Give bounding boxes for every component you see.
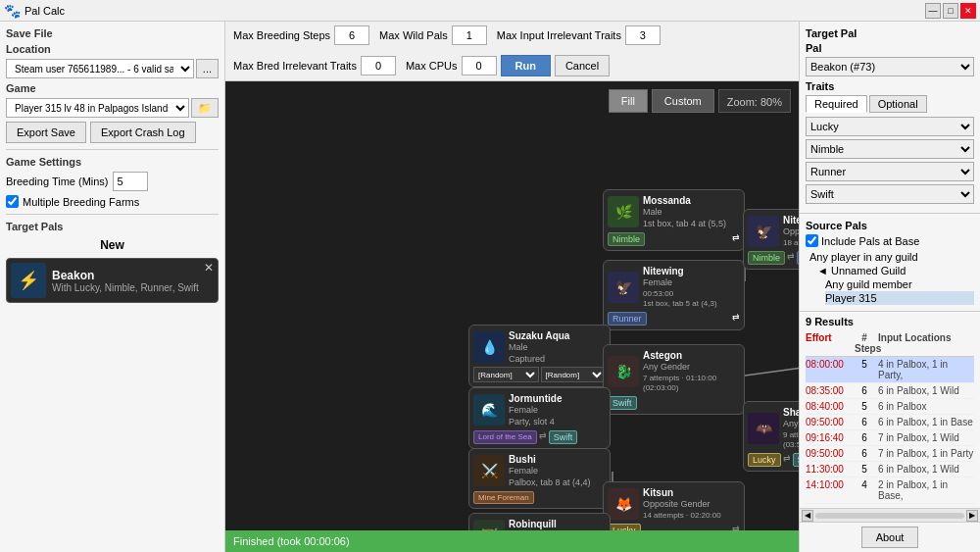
result-row-8[interactable]: 14:10:00 4 2 in Palbox, 1 in Base, xyxy=(806,477,974,504)
pal-node-astegon[interactable]: 🐉 Astegon Any Gender 7 attempts · 01:10:… xyxy=(603,344,745,415)
result-row-7[interactable]: 11:30:00 5 6 in Palbox, 1 Wild xyxy=(806,462,974,477)
pal-node-nitewing1[interactable]: 🦅 Nitewing Female 00:53:001st box, tab 5… xyxy=(603,260,745,330)
scroll-right-button[interactable]: ▶ xyxy=(966,510,978,522)
location-browse-button[interactable]: ... xyxy=(196,59,219,78)
input-irrelevant-input[interactable] xyxy=(625,25,661,45)
lord-trait: Lord of the Sea xyxy=(473,430,537,444)
export-save-button[interactable]: Export Save xyxy=(6,122,86,143)
astegon-details: Astegon Any Gender 7 attempts · 01:10:00… xyxy=(643,349,740,393)
trait4-select[interactable]: Swift xyxy=(806,184,974,204)
shadowbeak-details: Shadowbeak Any Gender 9 attempts · 01:30… xyxy=(783,406,799,450)
pal-node-suzaku[interactable]: 💧 Suzaku Aqua Male Captured [Random] [Ra… xyxy=(468,325,611,387)
any-player-item[interactable]: Any player in any guild xyxy=(809,250,974,264)
steps-header: # Steps xyxy=(855,332,874,354)
location-select[interactable]: Steam user 765611989... - 6 valid saves xyxy=(6,59,194,78)
wild-pals-input[interactable] xyxy=(452,25,487,45)
nimble-trait: Nimble xyxy=(608,232,645,246)
pal-node-nitewing2[interactable]: 🦅 Nitewing Opposite Gender 18 attempts ·… xyxy=(743,209,799,270)
pal-node-robinquill[interactable]: 🏹 Robinquill Male Palbox, tab 6 at (4,3)… xyxy=(468,513,611,530)
player-315-item[interactable]: Player 315 xyxy=(825,291,974,305)
suzaku-icon: 💧 xyxy=(473,331,505,363)
pal-card: ⚡ Beakon With Lucky, Nimble, Runner, Swi… xyxy=(6,258,219,303)
scroll-left-button[interactable]: ◀ xyxy=(802,510,813,522)
shadowbeak-icon: 🦇 xyxy=(748,413,779,444)
robinquill-details: Robinquill Male Palbox, tab 6 at (4,3) xyxy=(509,518,606,530)
cpus-input[interactable] xyxy=(462,56,497,75)
arrow-icon: ⇄ xyxy=(732,232,740,246)
pal-node-bushi[interactable]: ⚔️ Bushi Female Palbox, tab 8 at (4,4) M… xyxy=(468,448,611,509)
optional-tab[interactable]: Optional xyxy=(869,95,927,113)
wild-pals-group: Max Wild Pals xyxy=(379,25,487,45)
pal-card-close-button[interactable]: ✕ xyxy=(204,261,214,275)
pal-node-kitsun[interactable]: 🦊 Kitsun Opposite Gender 14 attempts · 0… xyxy=(603,481,745,530)
custom-zoom-button[interactable]: Custom xyxy=(652,89,714,113)
kitsun-details: Kitsun Opposite Gender 14 attempts · 02:… xyxy=(643,486,740,521)
export-crash-log-button[interactable]: Export Crash Log xyxy=(90,122,196,143)
pal-card-icon: ⚡ xyxy=(11,263,46,298)
about-button[interactable]: About xyxy=(861,527,919,548)
cpus-label: Max CPUs xyxy=(406,60,458,72)
fill-zoom-button[interactable]: Fill xyxy=(609,89,648,113)
trait1-select[interactable]: Lucky xyxy=(806,117,974,136)
breeding-steps-group: Max Breeding Steps xyxy=(233,25,369,45)
cpus-group: Max CPUs Run Cancel xyxy=(406,55,610,76)
pal-node-mossanda[interactable]: 🌿 Mossanda Male 1st box, tab 4 at (5,5) … xyxy=(603,189,745,251)
zoom-controls: Fill Custom Zoom: 80% xyxy=(609,89,791,113)
effort-header: Effort xyxy=(806,332,851,354)
close-button[interactable]: ✕ xyxy=(960,3,976,19)
location-row: Steam user 765611989... - 6 valid saves … xyxy=(6,59,219,78)
target-pals-label: Target Pals xyxy=(6,221,219,232)
result-row-6[interactable]: 09:50:00 6 7 in Palbox, 1 in Party xyxy=(806,446,974,462)
results-header: Effort # Steps Input Locations xyxy=(806,330,974,357)
zoom-level-display: Zoom: 80% xyxy=(718,89,791,113)
run-button[interactable]: Run xyxy=(501,55,551,76)
source-pals-section: Source Pals Include Pals at Base Any pla… xyxy=(800,214,980,312)
result-row-5[interactable]: 09:16:40 6 7 in Palbox, 1 Wild xyxy=(806,430,974,446)
titlebar-title: Pal Calc xyxy=(24,5,65,17)
bred-irrelevant-input[interactable] xyxy=(361,56,396,75)
pal-node-jormuntide[interactable]: 🌊 Jormuntide Female Party, slot 4 Lord o… xyxy=(468,387,611,449)
suzaku-combo1[interactable]: [Random] xyxy=(473,367,539,382)
input-irrelevant-label: Max Input Irrelevant Traits xyxy=(497,29,621,41)
maximize-button[interactable]: □ xyxy=(943,3,958,19)
new-label: New xyxy=(6,238,219,252)
game-label: Game xyxy=(6,82,219,94)
any-player-label: Any player in any guild xyxy=(809,251,918,263)
pal-node-shadowbeak[interactable]: 🦇 Shadowbeak Any Gender 9 attempts · 01:… xyxy=(743,401,799,472)
breeding-time-label: Breeding Time (Mins) xyxy=(6,176,109,187)
breeding-steps-input[interactable] xyxy=(334,25,369,45)
result-row-3[interactable]: 08:40:00 5 6 in Palbox xyxy=(806,399,974,415)
pal-select[interactable]: Beakon (#73) xyxy=(806,57,974,76)
result-row-1[interactable]: 08:00:00 5 4 in Palbox, 1 in Party, xyxy=(806,357,974,383)
result-row-2[interactable]: 08:35:00 6 6 in Palbox, 1 Wild xyxy=(806,383,974,399)
left-panel: Save File Location Steam user 765611989.… xyxy=(0,22,225,552)
any-guild-member-label: Any guild member xyxy=(825,278,912,290)
breeding-time-input[interactable] xyxy=(113,172,148,191)
required-tab[interactable]: Required xyxy=(806,95,867,113)
center-area: Max Breeding Steps Max Wild Pals Max Inp… xyxy=(225,22,799,552)
jormuntide-details: Jormuntide Female Party, slot 4 xyxy=(509,392,606,427)
multiple-farms-checkbox[interactable] xyxy=(6,195,19,208)
suzaku-combo2[interactable]: [Random] xyxy=(541,367,607,382)
scroll-track[interactable] xyxy=(815,513,964,519)
titlebar: 🐾 Pal Calc — □ ✕ xyxy=(0,0,980,22)
traits-label: Traits xyxy=(806,80,974,92)
minimize-button[interactable]: — xyxy=(925,3,941,19)
cancel-button[interactable]: Cancel xyxy=(555,55,610,76)
game-select[interactable]: Player 315 lv 48 in Palpagos Islands day… xyxy=(6,98,189,118)
game-browse-button[interactable]: 📁 xyxy=(191,98,219,118)
about-row: About xyxy=(800,522,980,552)
include-base-checkbox[interactable] xyxy=(806,234,818,247)
result-row-4[interactable]: 09:50:00 6 6 in Palbox, 1 in Base xyxy=(806,415,974,430)
any-guild-member-item[interactable]: Any guild member xyxy=(825,277,974,291)
breeding-canvas[interactable]: Fill Custom Zoom: 80% xyxy=(225,81,799,530)
bred-irrelevant-group: Max Bred Irrelevant Traits xyxy=(233,56,396,75)
unnamed-guild-item[interactable]: ◄ Unnamed Guild xyxy=(817,264,974,277)
bushi-icon: ⚔️ xyxy=(473,455,505,486)
trait3-select[interactable]: Runner xyxy=(806,162,974,181)
trait2-select[interactable]: Nimble xyxy=(806,139,974,159)
pal-card-name: Beakon xyxy=(52,269,214,282)
lucky-trait2: Lucky xyxy=(608,524,641,530)
traits-tabs: Required Optional xyxy=(806,95,974,113)
nitewing1-icon: 🦅 xyxy=(608,272,639,303)
